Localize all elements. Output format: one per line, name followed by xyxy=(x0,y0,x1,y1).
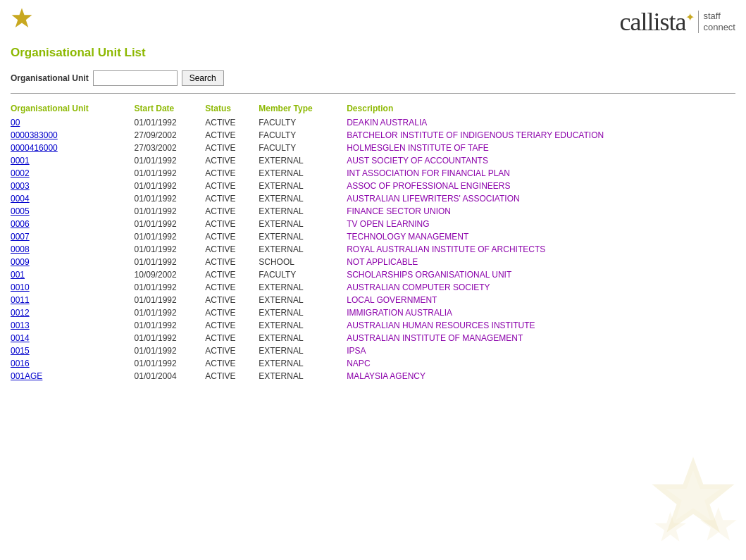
member-type-cell: EXTERNAL xyxy=(259,344,347,357)
unit-cell: 0011 xyxy=(11,294,135,306)
table-row: 001201/01/1992ACTIVEEXTERNALIMMIGRATION … xyxy=(11,306,735,319)
table-row: 001AGE01/01/2004ACTIVEEXTERNALMALAYSIA A… xyxy=(11,370,735,382)
unit-link[interactable]: 0009 xyxy=(11,257,30,267)
unit-cell: 0009 xyxy=(11,256,135,268)
unit-link[interactable]: 0008 xyxy=(11,244,30,254)
table-row: 000801/01/1992ACTIVEEXTERNALROYAL AUSTRA… xyxy=(11,243,735,256)
unit-cell: 0014 xyxy=(11,332,135,344)
table-wrapper: Organisational Unit Start Date Status Me… xyxy=(0,101,746,382)
date-cell: 01/01/1992 xyxy=(135,256,206,268)
col-header-status: Status xyxy=(205,101,259,116)
date-cell: 01/01/1992 xyxy=(135,116,206,129)
unit-cell: 0008 xyxy=(11,243,135,256)
description-cell: NOT APPLICABLE xyxy=(347,256,735,268)
member-type-cell: FACULTY xyxy=(259,268,347,281)
description-cell: AUSTRALIAN LIFEWRITERS' ASSOCIATION xyxy=(347,192,735,205)
table-row: 000101/01/1992ACTIVEEXTERNALAUST SOCIETY… xyxy=(11,154,735,167)
date-cell: 01/01/1992 xyxy=(135,332,206,344)
description-cell: AUSTRALIAN HUMAN RESOURCES INSTITUTE xyxy=(347,319,735,332)
unit-link[interactable]: 0005 xyxy=(11,206,30,216)
unit-link[interactable]: 0004 xyxy=(11,194,30,204)
member-type-cell: EXTERNAL xyxy=(259,218,347,230)
divider xyxy=(11,93,735,94)
status-cell: ACTIVE xyxy=(205,256,259,268)
unit-link[interactable]: 0011 xyxy=(11,295,30,305)
col-header-start-date: Start Date xyxy=(135,101,206,116)
description-cell: MALAYSIA AGENCY xyxy=(347,370,735,382)
table-row: 000038300027/09/2002ACTIVEFACULTYBATCHEL… xyxy=(11,129,735,142)
status-cell: ACTIVE xyxy=(205,294,259,306)
member-type-cell: FACULTY xyxy=(259,142,347,154)
date-cell: 10/09/2002 xyxy=(135,268,206,281)
table-row: 000301/01/1992ACTIVEEXTERNALASSOC OF PRO… xyxy=(11,180,735,192)
status-cell: ACTIVE xyxy=(205,357,259,370)
unit-cell: 0001 xyxy=(11,154,135,167)
member-type-cell: EXTERNAL xyxy=(259,357,347,370)
member-type-cell: FACULTY xyxy=(259,129,347,142)
logo-star xyxy=(11,7,33,32)
description-cell: TV OPEN LEARNING xyxy=(347,218,735,230)
unit-link[interactable]: 0007 xyxy=(11,232,30,242)
search-button[interactable]: Search xyxy=(182,70,224,86)
status-cell: ACTIVE xyxy=(205,142,259,154)
date-cell: 27/09/2002 xyxy=(135,129,206,142)
date-cell: 01/01/1992 xyxy=(135,192,206,205)
status-cell: ACTIVE xyxy=(205,116,259,129)
member-type-cell: EXTERNAL xyxy=(259,205,347,218)
unit-link[interactable]: 0001 xyxy=(11,156,30,166)
staff-connect-text: staff connect xyxy=(698,11,735,32)
callista-logo: callista✦ staff connect xyxy=(620,7,736,37)
status-cell: ACTIVE xyxy=(205,332,259,344)
member-type-cell: SCHOOL xyxy=(259,256,347,268)
unit-link[interactable]: 0003 xyxy=(11,181,30,191)
table-row: 000601/01/1992ACTIVEEXTERNALTV OPEN LEAR… xyxy=(11,218,735,230)
table-row: 001501/01/1992ACTIVEEXTERNALIPSA xyxy=(11,344,735,357)
organisational-unit-table: Organisational Unit Start Date Status Me… xyxy=(11,101,735,382)
date-cell: 01/01/1992 xyxy=(135,306,206,319)
description-cell: SCHOLARSHIPS ORGANISATIONAL UNIT xyxy=(347,268,735,281)
description-cell: LOCAL GOVERNMENT xyxy=(347,294,735,306)
date-cell: 01/01/1992 xyxy=(135,205,206,218)
status-cell: ACTIVE xyxy=(205,192,259,205)
description-cell: TECHNOLOGY MANAGEMENT xyxy=(347,230,735,243)
unit-link[interactable]: 001AGE xyxy=(11,371,42,381)
status-cell: ACTIVE xyxy=(205,268,259,281)
unit-link[interactable]: 0000416000 xyxy=(11,143,58,153)
date-cell: 01/01/1992 xyxy=(135,167,206,180)
table-header-row: Organisational Unit Start Date Status Me… xyxy=(11,101,735,116)
unit-cell: 0004 xyxy=(11,192,135,205)
unit-link[interactable]: 0002 xyxy=(11,168,30,178)
page-title: Organisational Unit List xyxy=(0,40,746,67)
svg-marker-0 xyxy=(12,8,32,28)
unit-link[interactable]: 00 xyxy=(11,118,20,127)
search-input[interactable] xyxy=(93,70,178,86)
table-row: 001101/01/1992ACTIVEEXTERNALLOCAL GOVERN… xyxy=(11,294,735,306)
unit-cell: 0013 xyxy=(11,319,135,332)
status-cell: ACTIVE xyxy=(205,370,259,382)
unit-link[interactable]: 0010 xyxy=(11,282,30,292)
date-cell: 01/01/1992 xyxy=(135,357,206,370)
date-cell: 01/01/1992 xyxy=(135,218,206,230)
date-cell: 01/01/1992 xyxy=(135,180,206,192)
col-header-description: Description xyxy=(347,101,735,116)
status-cell: ACTIVE xyxy=(205,230,259,243)
search-bar: Organisational Unit Search xyxy=(0,67,746,93)
unit-link[interactable]: 0006 xyxy=(11,219,30,229)
unit-link[interactable]: 0014 xyxy=(11,333,30,343)
unit-link[interactable]: 0016 xyxy=(11,359,30,368)
unit-cell: 001 xyxy=(11,268,135,281)
unit-link[interactable]: 0000383000 xyxy=(11,130,58,140)
unit-link[interactable]: 0013 xyxy=(11,321,30,330)
member-type-cell: EXTERNAL xyxy=(259,230,347,243)
status-cell: ACTIVE xyxy=(205,319,259,332)
date-cell: 01/01/1992 xyxy=(135,281,206,294)
unit-link[interactable]: 0012 xyxy=(11,308,30,318)
unit-link[interactable]: 001 xyxy=(11,270,25,280)
unit-link[interactable]: 0015 xyxy=(11,346,30,356)
description-cell: NAPC xyxy=(347,357,735,370)
description-cell: AUSTRALIAN COMPUTER SOCIETY xyxy=(347,281,735,294)
description-cell: IPSA xyxy=(347,344,735,357)
member-type-cell: EXTERNAL xyxy=(259,243,347,256)
table-row: 001601/01/1992ACTIVEEXTERNALNAPC xyxy=(11,357,735,370)
description-cell: AUSTRALIAN INSTITUTE OF MANAGEMENT xyxy=(347,332,735,344)
